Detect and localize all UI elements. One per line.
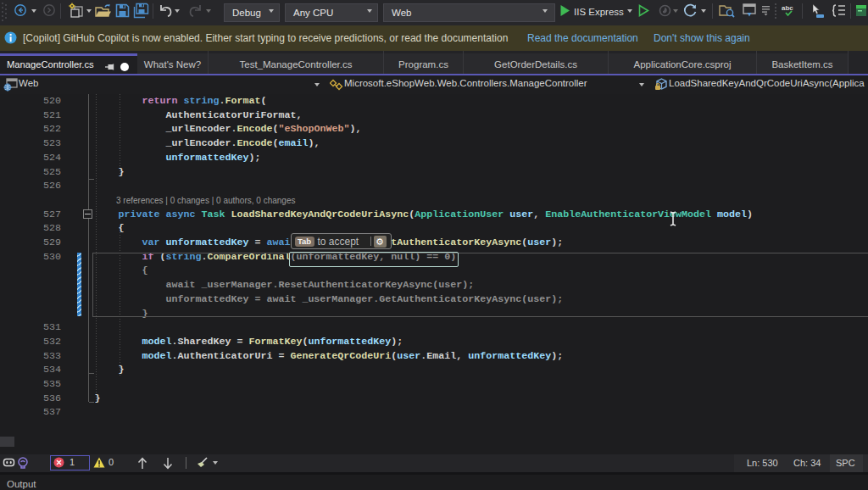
svg-text:abc: abc — [782, 4, 793, 12]
